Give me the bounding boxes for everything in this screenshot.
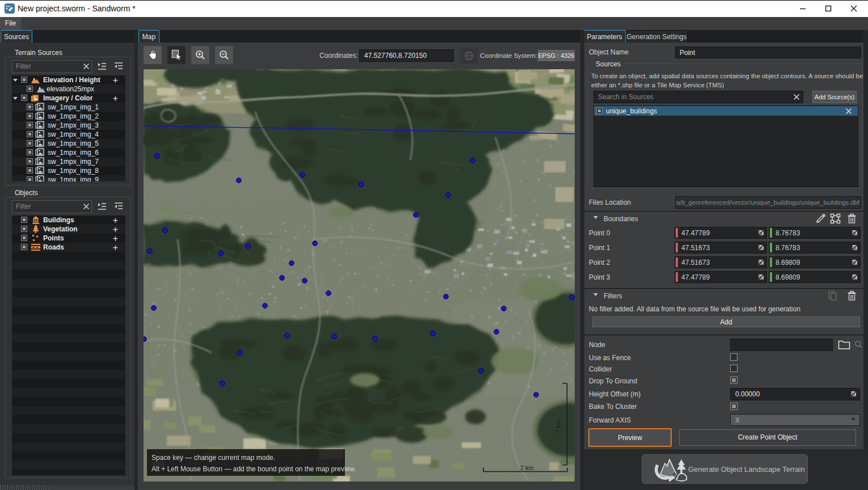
svg-text:2 km: 2 km	[555, 420, 562, 433]
svg-text:2 km: 2 km	[520, 464, 534, 471]
